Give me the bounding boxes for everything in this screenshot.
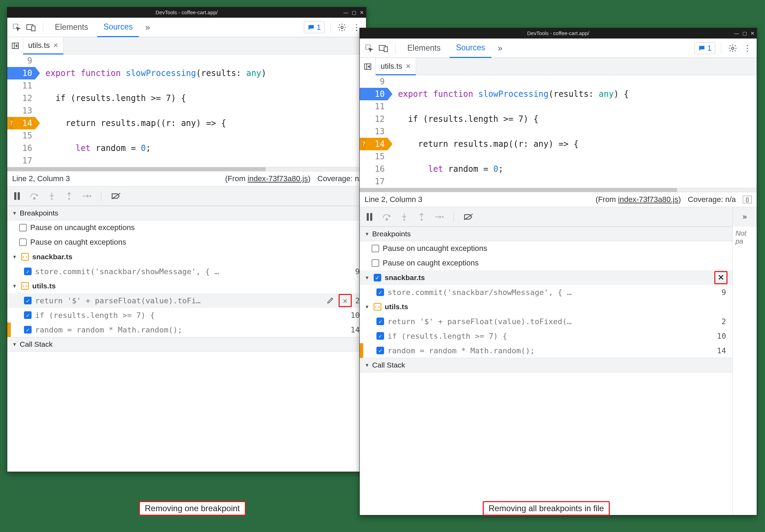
maximize-icon[interactable]: ▢ (352, 7, 356, 18)
pause-icon[interactable] (12, 191, 22, 201)
line-number[interactable]: 9 (360, 75, 388, 88)
device-icon[interactable] (25, 22, 37, 33)
edit-breakpoint-icon[interactable] (325, 296, 335, 305)
file-tab-utils[interactable]: utils.ts ✕ (23, 37, 64, 54)
line-number[interactable]: 16 (7, 142, 35, 154)
tab-elements[interactable]: Elements (401, 39, 447, 58)
pause-uncaught-row[interactable]: Pause on uncaught exceptions (360, 241, 732, 256)
line-number[interactable]: 12 (7, 92, 35, 104)
callstack-section-header[interactable]: ▼ Call Stack (360, 358, 732, 372)
breakpoint-row[interactable]: ✓ store.commit('snackbar/showMessage', {… (7, 264, 366, 279)
settings-icon[interactable] (727, 42, 739, 54)
scrollbar-thumb[interactable] (360, 188, 677, 192)
file-tab-utils[interactable]: utils.ts ✕ (376, 58, 416, 75)
line-number[interactable]: 17 (7, 154, 35, 167)
checkbox-checked[interactable]: ✓ (24, 326, 32, 333)
maximize-icon[interactable]: ▢ (742, 28, 747, 39)
step-over-icon[interactable] (30, 191, 39, 201)
breakpoints-section-header[interactable]: ▼ Breakpoints (7, 206, 366, 220)
minimize-icon[interactable]: — (734, 28, 739, 39)
horizontal-scrollbar[interactable] (360, 188, 757, 192)
scrollbar-thumb[interactable] (7, 167, 266, 171)
checkbox-unchecked[interactable] (372, 259, 379, 267)
source-map-link[interactable]: index-73f73a80.js (618, 195, 679, 204)
line-number[interactable]: 16 (360, 163, 388, 175)
line-number[interactable]: 13 (7, 104, 35, 117)
checkbox-checked[interactable]: ✓ (24, 297, 32, 304)
navigator-toggle-icon[interactable] (7, 37, 23, 54)
line-number[interactable]: 9 (7, 54, 35, 67)
breakpoint-row[interactable]: ✓ if (results.length >= 7) { 10 (7, 308, 366, 322)
line-number-breakpoint[interactable]: 10 (7, 67, 35, 79)
checkbox-unchecked[interactable] (372, 245, 379, 252)
line-number[interactable]: 17 (360, 175, 388, 188)
window-titlebar[interactable]: DevTools - coffee-cart.app/ — ▢ ✕ (360, 28, 757, 39)
issues-badge[interactable]: 1 (304, 22, 325, 33)
step-icon[interactable] (82, 191, 91, 201)
navigator-toggle-icon[interactable] (360, 58, 376, 75)
issues-badge[interactable]: 1 (695, 42, 715, 54)
close-tab-icon[interactable]: ✕ (53, 42, 58, 49)
checkbox-unchecked[interactable] (19, 224, 27, 231)
step-into-icon[interactable] (399, 212, 409, 222)
breakpoint-row[interactable]: ✓ store.commit('snackbar/showMessage', {… (360, 285, 732, 299)
checkbox-checked[interactable]: ✓ (374, 274, 381, 281)
source-map-link[interactable]: index-73f73a80.js (248, 174, 308, 183)
line-number[interactable]: 11 (7, 79, 35, 92)
line-gutter[interactable]: 9 10 11 12 13 ?14 15 16 17 (7, 54, 39, 167)
settings-icon[interactable] (336, 22, 348, 33)
checkbox-unchecked[interactable] (19, 238, 27, 246)
callstack-section-header[interactable]: ▼ Call Stack (7, 337, 366, 352)
line-number-breakpoint[interactable]: 10 (360, 88, 388, 100)
line-number-cond-breakpoint[interactable]: ?14 (7, 117, 35, 129)
breakpoint-row[interactable]: ✓ return '$' + parseFloat(value).toFi… ✕… (7, 293, 366, 308)
pause-caught-row[interactable]: Pause on caught exceptions (7, 235, 366, 250)
inspect-icon[interactable] (363, 42, 375, 54)
more-panels-icon[interactable]: » (733, 207, 757, 227)
line-number[interactable]: 11 (360, 100, 388, 113)
deactivate-breakpoints-icon[interactable] (464, 212, 473, 222)
device-icon[interactable] (378, 42, 390, 54)
pretty-print-icon[interactable]: {} (743, 196, 752, 203)
code-content[interactable]: export function slowProcessing(results: … (391, 75, 649, 188)
bp-file-header-utils[interactable]: ▼ ‹› utils.ts (360, 299, 732, 314)
breakpoints-section-header[interactable]: ▼ Breakpoints (360, 227, 732, 241)
more-tabs-icon[interactable]: » (494, 42, 506, 54)
line-number[interactable]: 15 (360, 150, 388, 163)
horizontal-scrollbar[interactable] (7, 167, 366, 171)
deactivate-breakpoints-icon[interactable] (111, 191, 121, 201)
checkbox-checked[interactable]: ✓ (376, 288, 384, 296)
breakpoint-row[interactable]: ✓ if (results.length >= 7) { 10 (360, 329, 732, 343)
line-number-cond-breakpoint[interactable]: ?14 (360, 138, 388, 150)
checkbox-checked[interactable]: ✓ (376, 318, 384, 325)
checkbox-checked[interactable]: ✓ (24, 311, 32, 319)
bp-file-header-snackbar[interactable]: ▼ ✓ snackbar.ts ✕ (360, 270, 732, 285)
line-gutter[interactable]: 9 10 11 12 13 ?14 15 16 17 (360, 75, 391, 188)
remove-breakpoint-icon[interactable]: ✕ (340, 296, 350, 305)
tab-sources[interactable]: Sources (97, 18, 139, 37)
close-tab-icon[interactable]: ✕ (406, 62, 411, 70)
breakpoint-row[interactable]: ✓ return '$' + parseFloat(value).toFixed… (360, 314, 732, 329)
line-number[interactable]: 12 (360, 113, 388, 125)
step-into-icon[interactable] (47, 191, 57, 201)
minimize-icon[interactable]: — (343, 7, 348, 18)
tab-elements[interactable]: Elements (49, 18, 94, 37)
close-window-icon[interactable]: ✕ (750, 28, 755, 39)
bp-file-header-utils[interactable]: ▼ ‹› utils.ts (7, 279, 366, 293)
breakpoint-row[interactable]: ✓ random = random * Math.random(); 14 (363, 343, 732, 358)
checkbox-checked[interactable]: ✓ (376, 332, 384, 340)
tab-sources[interactable]: Sources (450, 39, 491, 58)
step-out-icon[interactable] (417, 212, 426, 222)
pause-caught-row[interactable]: Pause on caught exceptions (360, 256, 732, 270)
line-number[interactable]: 15 (7, 129, 35, 142)
code-editor[interactable]: 9 10 11 12 13 ?14 15 16 17 export functi… (360, 75, 757, 188)
pause-icon[interactable] (365, 212, 374, 222)
window-titlebar[interactable]: DevTools - coffee-cart.app/ — ▢ ✕ (7, 7, 366, 18)
checkbox-checked[interactable]: ✓ (24, 268, 32, 275)
close-window-icon[interactable]: ✕ (360, 7, 364, 18)
code-editor[interactable]: 9 10 11 12 13 ?14 15 16 17 export functi… (7, 54, 366, 167)
remove-all-breakpoints-icon[interactable]: ✕ (716, 273, 726, 282)
checkbox-checked[interactable]: ✓ (376, 347, 384, 354)
breakpoint-row[interactable]: ✓ random = random * Math.random(); 14 (11, 322, 366, 337)
step-over-icon[interactable] (382, 212, 392, 222)
